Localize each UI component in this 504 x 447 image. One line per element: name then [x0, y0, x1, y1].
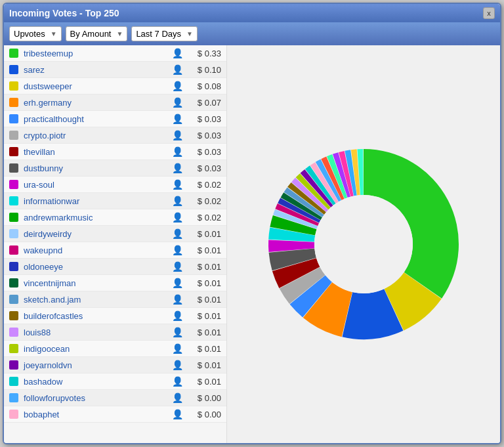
item-color-box	[9, 81, 18, 91]
by-amount-dropdown[interactable]: By Amount ▼	[66, 26, 128, 41]
list-item[interactable]: vincentnijman 👤 $ 0.01	[4, 275, 226, 291]
item-amount: $ 0.03	[188, 114, 221, 124]
item-amount: $ 0.03	[188, 147, 221, 157]
item-name: ura-soul	[24, 180, 172, 190]
user-icon: 👤	[172, 146, 183, 157]
item-name: crypto.piotr	[24, 131, 172, 140]
item-name: joeyarnoldvn	[24, 360, 172, 370]
user-icon: 👤	[172, 114, 183, 124]
item-color-box	[9, 49, 18, 58]
item-color-box	[9, 311, 18, 320]
upvotes-dropdown-arrow: ▼	[51, 30, 57, 37]
item-amount: $ 0.01	[188, 245, 221, 255]
item-color-box	[9, 147, 18, 156]
item-name: builderofcastles	[24, 311, 172, 321]
close-button[interactable]: x	[483, 7, 495, 19]
title-bar: Incoming Votes - Top 250 x	[4, 4, 500, 22]
item-name: bashadow	[24, 377, 172, 387]
item-name: sketch.and.jam	[24, 295, 172, 305]
user-icon: 👤	[172, 97, 183, 108]
list-item[interactable]: followforupvotes 👤 $ 0.00	[4, 390, 226, 406]
main-content: tribesteemup 👤 $ 0.33 sarez 👤 $ 0.10 dus…	[4, 45, 500, 443]
list-item[interactable]: erh.germany 👤 $ 0.07	[4, 95, 226, 111]
user-icon: 👤	[172, 327, 183, 337]
list-item[interactable]: builderofcastles 👤 $ 0.01	[4, 308, 226, 324]
item-amount: $ 0.07	[188, 98, 221, 108]
list-item[interactable]: dustbunny 👤 $ 0.03	[4, 160, 226, 177]
item-color-box	[9, 410, 18, 419]
list-item[interactable]: crypto.piotr 👤 $ 0.03	[4, 127, 226, 144]
list-item[interactable]: andrewmarkmusic 👤 $ 0.02	[4, 209, 226, 226]
user-icon: 👤	[172, 343, 183, 354]
item-color-box	[9, 180, 18, 189]
list-item[interactable]: informationwar 👤 $ 0.02	[4, 193, 226, 209]
item-name: thevillan	[24, 147, 172, 157]
list-item[interactable]: louis88 👤 $ 0.01	[4, 324, 226, 341]
item-color-box	[9, 344, 18, 353]
list-item[interactable]: sarez 👤 $ 0.10	[4, 62, 226, 78]
by-amount-dropdown-arrow: ▼	[116, 30, 123, 37]
item-color-box	[9, 196, 18, 205]
list-item[interactable]: tribesteemup 👤 $ 0.33	[4, 45, 226, 62]
user-icon: 👤	[172, 212, 183, 223]
item-color-box	[9, 114, 18, 123]
item-color-box	[9, 65, 18, 74]
user-icon: 👤	[172, 409, 183, 419]
item-name: oldoneeye	[24, 262, 172, 272]
item-name: indigoocean	[24, 344, 172, 354]
user-icon: 👤	[172, 376, 183, 387]
item-color-box	[9, 163, 18, 173]
user-icon: 👤	[172, 48, 183, 58]
item-amount: $ 0.01	[188, 229, 221, 239]
upvotes-label: Upvotes	[14, 29, 45, 39]
item-name: dustsweeper	[24, 81, 172, 91]
user-icon: 👤	[172, 310, 183, 321]
user-icon: 👤	[172, 393, 183, 403]
item-name: louis88	[24, 328, 172, 337]
list-item[interactable]: sketch.and.jam 👤 $ 0.01	[4, 291, 226, 308]
list-item[interactable]: practicalthought 👤 $ 0.03	[4, 111, 226, 127]
chart-panel	[227, 45, 500, 443]
upvotes-dropdown[interactable]: Upvotes ▼	[9, 26, 62, 41]
item-amount: $ 0.01	[188, 262, 221, 272]
list-item[interactable]: deirdyweirdy 👤 $ 0.01	[4, 226, 226, 242]
list-item[interactable]: ura-soul 👤 $ 0.02	[4, 177, 226, 193]
user-icon: 👤	[172, 130, 183, 140]
window-title: Incoming Votes - Top 250	[9, 8, 119, 18]
list-item[interactable]: dustsweeper 👤 $ 0.08	[4, 78, 226, 95]
item-name: dustbunny	[24, 163, 172, 173]
user-icon: 👤	[172, 228, 183, 239]
donut-hole	[314, 195, 413, 293]
user-icon: 👤	[172, 294, 183, 305]
item-name: sarez	[24, 65, 172, 75]
item-color-box	[9, 278, 18, 287]
by-amount-label: By Amount	[70, 29, 112, 39]
list-item[interactable]: indigoocean 👤 $ 0.01	[4, 341, 226, 357]
list-item[interactable]: thevillan 👤 $ 0.03	[4, 144, 226, 160]
list-item[interactable]: joeyarnoldvn 👤 $ 0.01	[4, 357, 226, 373]
item-color-box	[9, 262, 18, 271]
list-item[interactable]: bobaphet 👤 $ 0.00	[4, 406, 226, 423]
item-amount: $ 0.08	[188, 81, 221, 91]
item-amount: $ 0.01	[188, 311, 221, 321]
item-name: tribesteemup	[24, 49, 172, 58]
item-color-box	[9, 245, 18, 255]
item-amount: $ 0.10	[188, 65, 221, 75]
user-icon: 👤	[172, 163, 183, 173]
item-amount: $ 0.02	[188, 180, 221, 190]
item-amount: $ 0.01	[188, 278, 221, 288]
item-color-box	[9, 229, 18, 238]
item-color-box	[9, 213, 18, 222]
last-days-dropdown[interactable]: Last 7 Days ▼	[131, 26, 198, 41]
user-icon: 👤	[172, 81, 183, 91]
user-icon: 👤	[172, 360, 183, 370]
list-item[interactable]: oldoneeye 👤 $ 0.01	[4, 259, 226, 275]
list-item[interactable]: bashadow 👤 $ 0.01	[4, 373, 226, 390]
item-amount: $ 0.01	[188, 328, 221, 337]
item-name: erh.germany	[24, 98, 172, 108]
item-color-box	[9, 98, 18, 107]
item-color-box	[9, 295, 18, 304]
item-amount: $ 0.01	[188, 295, 221, 305]
list-item[interactable]: wakeupnd 👤 $ 0.01	[4, 242, 226, 259]
donut-chart	[259, 139, 469, 349]
